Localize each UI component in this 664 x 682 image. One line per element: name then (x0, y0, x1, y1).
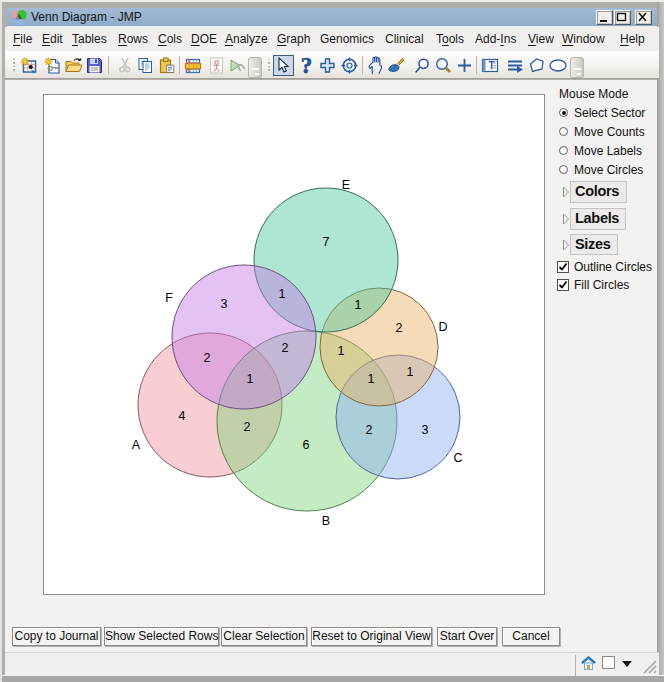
svg-text:D: D (438, 320, 447, 334)
svg-text:?: ? (301, 55, 313, 77)
svg-text:1: 1 (407, 365, 414, 379)
svg-text:2: 2 (204, 351, 211, 365)
svg-text:E: E (342, 178, 350, 192)
svg-text:6: 6 (303, 438, 310, 452)
svg-text:F: F (165, 291, 173, 305)
svg-text:2: 2 (244, 420, 251, 434)
svg-text:1: 1 (338, 344, 345, 358)
svg-text:3: 3 (221, 297, 228, 311)
svg-text:B: B (322, 514, 330, 528)
svg-text:C: C (453, 451, 462, 465)
svg-text:2: 2 (366, 423, 373, 437)
svg-text:2: 2 (282, 341, 289, 355)
svg-text:1: 1 (279, 287, 286, 301)
svg-text:3: 3 (422, 423, 429, 437)
svg-text:1: 1 (247, 372, 254, 386)
svg-text:4: 4 (179, 409, 186, 423)
svg-text:A: A (132, 438, 141, 452)
svg-text:1: 1 (355, 298, 362, 312)
svg-text:7: 7 (323, 235, 330, 249)
svg-text:2: 2 (396, 321, 403, 335)
svg-text:1: 1 (368, 372, 375, 386)
